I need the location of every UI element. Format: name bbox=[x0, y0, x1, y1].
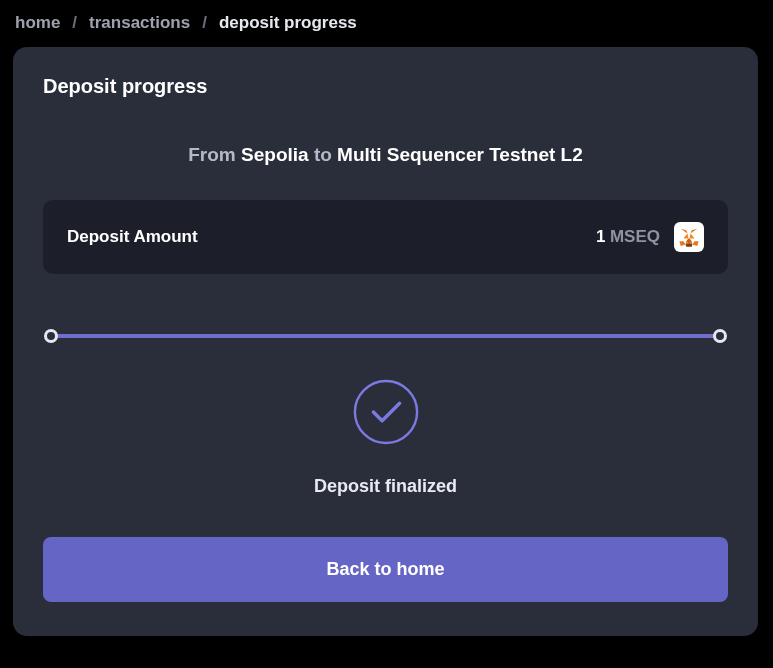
route-to-chain: Multi Sequencer Testnet L2 bbox=[337, 144, 583, 165]
svg-marker-1 bbox=[681, 229, 688, 234]
deposit-amount-row: Deposit Amount 1 MSEQ bbox=[43, 200, 728, 274]
svg-marker-0 bbox=[690, 229, 697, 234]
status-icon-wrap bbox=[43, 378, 728, 446]
status-text: Deposit finalized bbox=[43, 476, 728, 497]
deposit-amount-label: Deposit Amount bbox=[67, 227, 198, 247]
svg-marker-5 bbox=[690, 234, 695, 239]
deposit-progress-card: Deposit progress From Sepolia to Multi S… bbox=[13, 47, 758, 636]
card-title: Deposit progress bbox=[43, 75, 728, 98]
svg-marker-3 bbox=[679, 241, 685, 246]
breadcrumb-item-current: deposit progress bbox=[219, 13, 357, 33]
check-circle-icon bbox=[352, 378, 420, 446]
token-icon-badge bbox=[674, 222, 704, 252]
progress-node-start bbox=[44, 329, 58, 343]
route-from-label: From bbox=[188, 144, 236, 165]
deposit-amount-value: 1 bbox=[596, 227, 605, 246]
route-summary: From Sepolia to Multi Sequencer Testnet … bbox=[43, 144, 728, 166]
progress-track bbox=[43, 328, 728, 344]
deposit-amount-symbol: MSEQ bbox=[610, 227, 660, 246]
route-to-label: to bbox=[314, 144, 332, 165]
svg-point-10 bbox=[354, 381, 416, 443]
breadcrumb-separator: / bbox=[72, 13, 77, 33]
breadcrumb-item-transactions[interactable]: transactions bbox=[89, 13, 190, 33]
svg-marker-4 bbox=[684, 234, 689, 239]
svg-marker-2 bbox=[692, 241, 698, 246]
route-from-chain: Sepolia bbox=[241, 144, 309, 165]
breadcrumb: home / transactions / deposit progress bbox=[13, 13, 760, 47]
metamask-fox-icon bbox=[678, 226, 700, 248]
progress-node-end bbox=[713, 329, 727, 343]
breadcrumb-item-home[interactable]: home bbox=[15, 13, 60, 33]
deposit-amount-right: 1 MSEQ bbox=[596, 222, 704, 252]
breadcrumb-separator: / bbox=[202, 13, 207, 33]
back-to-home-button[interactable]: Back to home bbox=[43, 537, 728, 602]
